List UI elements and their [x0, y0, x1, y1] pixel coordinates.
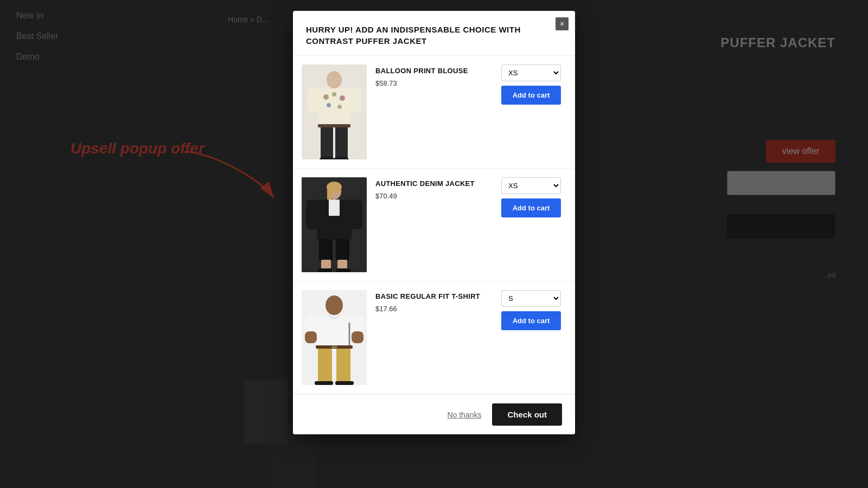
- svg-rect-43: [331, 346, 337, 348]
- svg-rect-40: [318, 346, 332, 385]
- svg-rect-44: [315, 381, 333, 385]
- product-image-3: [302, 290, 367, 385]
- product-price-2: $70.49: [375, 192, 493, 200]
- modal-product-list: BALLOON PRINT BLOUSE $58.73 XS S M L XL …: [293, 56, 575, 395]
- svg-rect-9: [307, 88, 319, 113]
- product-info-3: BASIC REGULAR FIT T-SHIRT $17.66: [375, 290, 493, 319]
- size-select-2[interactable]: XS S M L XL: [501, 177, 561, 194]
- modal-footer: No thanks Check out: [293, 395, 575, 434]
- svg-rect-25: [350, 200, 362, 229]
- svg-rect-37: [305, 331, 317, 343]
- svg-rect-45: [335, 381, 354, 385]
- product-row-2: AUTHENTIC DENIM JACKET $70.49 XS S M L X…: [293, 169, 575, 281]
- svg-rect-23: [329, 200, 340, 216]
- svg-rect-13: [318, 124, 350, 127]
- svg-rect-34: [316, 315, 353, 348]
- product-controls-1: XS S M L XL Add to cart: [501, 65, 566, 105]
- svg-point-8: [337, 105, 342, 109]
- svg-point-4: [323, 94, 329, 100]
- svg-point-33: [326, 296, 343, 315]
- product-info-2: AUTHENTIC DENIM JACKET $70.49: [375, 177, 493, 207]
- modal-title: HURRY UP! ADD AN INDISPENSABLE CHOICE WI…: [306, 24, 562, 47]
- upsell-modal: HURRY UP! ADD AN INDISPENSABLE CHOICE WI…: [293, 11, 575, 434]
- svg-rect-10: [349, 88, 361, 113]
- add-to-cart-button-3[interactable]: Add to cart: [501, 311, 561, 330]
- product-info-1: BALLOON PRINT BLOUSE $58.73: [375, 65, 493, 94]
- product-name-2: AUTHENTIC DENIM JACKET: [375, 179, 493, 189]
- product-row-1: BALLOON PRINT BLOUSE $58.73 XS S M L XL …: [293, 56, 575, 169]
- checkout-button[interactable]: Check out: [492, 403, 562, 426]
- product-image-2: [302, 177, 367, 272]
- size-select-3[interactable]: XS S M L XL: [501, 290, 561, 307]
- modal-header: HURRY UP! ADD AN INDISPENSABLE CHOICE WI…: [293, 11, 575, 56]
- add-to-cart-button-2[interactable]: Add to cart: [501, 198, 561, 217]
- product-name-1: BALLOON PRINT BLOUSE: [375, 67, 493, 76]
- svg-point-6: [340, 95, 345, 101]
- svg-rect-26: [319, 239, 333, 261]
- svg-rect-30: [318, 268, 332, 272]
- svg-rect-24: [306, 200, 318, 229]
- svg-point-2: [327, 71, 342, 88]
- product-image-1: [302, 65, 367, 159]
- svg-rect-11: [321, 125, 333, 159]
- modal-close-button[interactable]: ×: [556, 17, 569, 30]
- product-price-1: $58.73: [375, 79, 493, 87]
- svg-rect-31: [336, 268, 350, 272]
- product-controls-3: XS S M L XL Add to cart: [501, 290, 566, 330]
- product-controls-2: XS S M L XL Add to cart: [501, 177, 566, 217]
- svg-rect-41: [336, 346, 350, 385]
- svg-rect-38: [352, 331, 363, 343]
- product-name-3: BASIC REGULAR FIT T-SHIRT: [375, 292, 493, 301]
- svg-point-5: [332, 92, 336, 97]
- size-select-1[interactable]: XS S M L XL: [501, 65, 561, 81]
- no-thanks-button[interactable]: No thanks: [447, 410, 481, 419]
- add-to-cart-button-1[interactable]: Add to cart: [501, 86, 561, 105]
- product-row-3: BASIC REGULAR FIT T-SHIRT $17.66 XS S M …: [293, 281, 575, 394]
- svg-rect-12: [335, 125, 348, 159]
- svg-point-7: [327, 103, 331, 107]
- svg-rect-27: [336, 239, 349, 261]
- product-price-3: $17.66: [375, 305, 493, 313]
